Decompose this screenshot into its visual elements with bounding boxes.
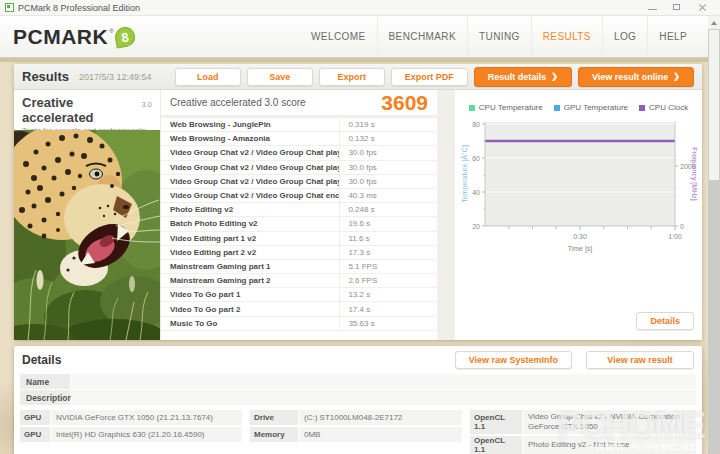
- vertical-scrollbar[interactable]: [708, 16, 720, 454]
- row-value: 5.1 FPS: [340, 260, 437, 273]
- nav-welcome[interactable]: WELCOME: [300, 16, 376, 57]
- description-value: [71, 390, 696, 405]
- app-header: PCMARK ® 8 WELCOME BENCHMARK TUNING RESU…: [0, 16, 720, 58]
- result-timestamp: 2017/5/3 12:49:54: [79, 72, 152, 82]
- score-label: Creative accelerated 3.0 score: [170, 97, 306, 108]
- row-label: Video Group Chat v2 / Video Group Chat p…: [161, 175, 340, 188]
- nav-benchmark[interactable]: BENCHMARK: [377, 16, 468, 57]
- results-panel: Results 2017/5/3 12:49:54 Load Save Expo…: [14, 64, 702, 340]
- spec-value: NVIDIA GeForce GTX 1050 (21.21.13.7674): [51, 410, 242, 425]
- nav-tuning[interactable]: TUNING: [467, 16, 531, 57]
- score-and-results: Creative accelerated 3.0 score 3609 Web …: [160, 90, 437, 340]
- table-row: Web Browsing - Amazonia0.132 s: [161, 132, 437, 146]
- y-tick: 40: [472, 189, 480, 196]
- table-row: Music To Go35.63 s: [161, 317, 437, 331]
- row-label: Video Group Chat v2 / Video Group Chat p…: [161, 146, 340, 159]
- spec-label: GPU: [20, 427, 50, 442]
- description-label: Description: [20, 390, 70, 405]
- row-value: 17.3 s: [340, 246, 437, 259]
- row-label: Video Editing part 1 v2: [161, 232, 340, 245]
- spec-value: Video Group Chat v2 - NVIDIA Corporation…: [523, 410, 696, 434]
- right-axis-title: Frequency [MHz]: [690, 147, 698, 200]
- details-panel: Details View raw SystemInfo View raw res…: [14, 346, 702, 454]
- row-value: 11.6 s: [340, 232, 437, 245]
- legend-label: CPU Temperature: [479, 103, 543, 112]
- chart-legend: CPU Temperature GPU Temperature CPU Cloc…: [455, 103, 702, 112]
- table-row: Video Group Chat v2 / Video Group Chat p…: [161, 175, 437, 189]
- x-axis-title: Time [s]: [567, 245, 592, 253]
- details-header: Details View raw SystemInfo View raw res…: [14, 346, 702, 373]
- table-row: Video Group Chat v2 / Video Group Chat p…: [161, 146, 437, 160]
- y2-tick: 0: [680, 223, 684, 230]
- view-online-label: View result online: [592, 72, 668, 82]
- row-value: 0.319 s: [340, 118, 437, 131]
- row-label: Video Editing part 2 v2: [161, 246, 340, 259]
- monitoring-chart: 80 60 40 20 2000 0 0:30 1:00 Time [s] T: [455, 118, 702, 268]
- table-row: Photo Editing v20.248 s: [161, 203, 437, 217]
- table-row: Video Editing part 1 v211.6 s: [161, 232, 437, 246]
- maximize-icon: [673, 4, 680, 10]
- row-value: 2.6 FPS: [340, 274, 437, 287]
- header-shadow-band: [0, 58, 720, 62]
- legend-cpu-temperature: CPU Temperature: [469, 103, 543, 112]
- chevron-right-icon: ❯: [673, 72, 680, 81]
- test-tile-creative-accelerated[interactable]: Creative accelerated 3.0 Tests for exper…: [14, 90, 160, 340]
- scrollbar-thumb[interactable]: [709, 30, 719, 180]
- results-title: Results: [22, 69, 69, 84]
- spec-memory: Memory 0MB: [250, 427, 462, 442]
- minimize-icon: [648, 9, 657, 10]
- row-label: Web Browsing - JunglePin: [161, 118, 340, 131]
- pcmark-logo: PCMARK ® 8: [13, 26, 135, 48]
- row-label: Mainstream Gaming part 2: [161, 274, 340, 287]
- y-tick: 60: [472, 155, 480, 162]
- view-result-online-button[interactable]: View result online ❯: [578, 67, 694, 87]
- pcmark-app-icon: [5, 3, 14, 12]
- chevron-right-icon: ❯: [551, 72, 558, 81]
- table-row: Batch Photo Editing v219.6 s: [161, 217, 437, 231]
- main-nav: WELCOME BENCHMARK TUNING RESULTS LOG HEL…: [300, 16, 698, 57]
- view-raw-systeminfo-button[interactable]: View raw SystemInfo: [455, 351, 572, 369]
- details-title: Details: [22, 353, 61, 367]
- spec-value: 0MB: [299, 427, 462, 442]
- chart-details-button[interactable]: Details: [636, 312, 694, 330]
- name-value: [71, 374, 696, 389]
- load-button[interactable]: Load: [175, 68, 241, 86]
- minimize-button[interactable]: [648, 3, 657, 12]
- nav-results[interactable]: RESULTS: [531, 16, 602, 57]
- save-button[interactable]: Save: [247, 68, 313, 86]
- score-value: 3609: [381, 91, 428, 115]
- row-label: Video To Go part 1: [161, 288, 340, 301]
- y-tick: 80: [472, 121, 480, 128]
- test-version: 3.0: [142, 100, 152, 109]
- spec-opencl-2: OpenCL 1.1 Photo Editing v2 - Not in use: [470, 436, 696, 454]
- maximize-button[interactable]: [673, 3, 682, 12]
- row-value: 19.6 s: [340, 217, 437, 230]
- legend-cpu-clock: CPU Clock: [639, 103, 688, 112]
- gpu-temperature-swatch-icon: [554, 105, 560, 111]
- scrollbar-up-button[interactable]: [708, 16, 720, 29]
- row-label: Video Group Chat v2 / Video Group Chat e…: [161, 189, 340, 202]
- nav-log[interactable]: LOG: [602, 16, 647, 57]
- name-label: Name: [20, 374, 70, 389]
- results-table: Web Browsing - JunglePin0.319 s Web Brow…: [161, 118, 437, 331]
- export-button[interactable]: Export: [319, 68, 385, 86]
- row-value: 0.132 s: [340, 132, 437, 145]
- view-raw-result-button[interactable]: View raw result: [586, 351, 694, 369]
- row-label: Photo Editing v2: [161, 203, 340, 216]
- x-tick: 1:00: [668, 233, 682, 240]
- spec-label: Memory: [250, 427, 298, 442]
- spec-value: Photo Editing v2 - Not in use: [523, 436, 696, 454]
- close-button[interactable]: [698, 3, 707, 12]
- table-row: Web Browsing - JunglePin0.319 s: [161, 118, 437, 132]
- name-row: Name: [20, 374, 696, 389]
- row-value: 30.0 fps: [340, 161, 437, 174]
- tile-header: Creative accelerated 3.0 Tests for exper…: [14, 90, 160, 130]
- result-details-button[interactable]: Result details ❯: [474, 67, 572, 87]
- spec-label: GPU: [20, 410, 50, 425]
- legend-label: CPU Clock: [649, 103, 688, 112]
- table-row: Video Editing part 2 v217.3 s: [161, 246, 437, 260]
- row-value: 40.3 ms: [340, 189, 437, 202]
- export-pdf-button[interactable]: Export PDF: [391, 68, 468, 86]
- spec-label: OpenCL 1.1: [470, 436, 522, 454]
- nav-help[interactable]: HELP: [647, 16, 698, 57]
